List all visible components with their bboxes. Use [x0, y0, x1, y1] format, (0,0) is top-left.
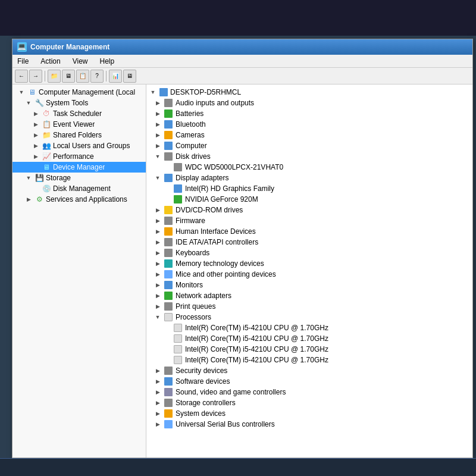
systemdev-expand[interactable]: ▶	[154, 409, 162, 418]
security-expand[interactable]: ▶	[154, 367, 162, 375]
tree-shared-folders[interactable]: ▶ 📁 Shared Folders	[12, 130, 146, 140]
dvd-expand[interactable]: ▶	[154, 206, 162, 214]
localusers-expand[interactable]: ▶	[32, 142, 40, 150]
nvidia-expand[interactable]	[163, 195, 171, 203]
menu-file[interactable]: File	[15, 57, 31, 66]
right-memory[interactable]: ▶ Memory technology devices	[146, 258, 472, 269]
processors-expand[interactable]: ▼	[154, 313, 162, 321]
devmgr-expand[interactable]	[32, 163, 40, 171]
right-cpu-2[interactable]: Intel(R) Core(TM) i5-4210U CPU @ 1.70GHz	[146, 333, 472, 344]
right-cpu-4[interactable]: Intel(R) Core(TM) i5-4210U CPU @ 1.70GHz	[146, 355, 472, 365]
keyboards-expand[interactable]: ▶	[154, 249, 162, 257]
right-display-adapters[interactable]: ▼ Display adapters	[146, 173, 472, 183]
back-button[interactable]: ←	[15, 70, 28, 83]
right-software[interactable]: ▶ Software devices	[146, 376, 472, 387]
scheduler-expand[interactable]: ▶	[32, 109, 40, 118]
eventviewer-expand[interactable]: ▶	[32, 120, 40, 129]
tree-storage[interactable]: ▼ 💾 Storage	[12, 173, 146, 183]
right-sound[interactable]: ▶ Sound, video and game controllers	[146, 387, 472, 397]
right-nvidia[interactable]: NVIDIA GeForce 920M	[146, 194, 472, 205]
right-disk-drives[interactable]: ▼ Disk drives	[146, 151, 472, 162]
right-desktop[interactable]: ▼ DESKTOP-D5RHMCL	[146, 87, 472, 98]
right-usb[interactable]: ▶ Universal Serial Bus controllers	[146, 419, 472, 430]
right-system-dev[interactable]: ▶ System devices	[146, 408, 472, 419]
right-wdc[interactable]: WDC WD5000LPCX-21VHAT0	[146, 162, 472, 173]
mice-expand[interactable]: ▶	[154, 270, 162, 278]
hid-expand[interactable]: ▶	[154, 227, 162, 236]
cpu2-expand[interactable]	[163, 334, 171, 343]
menu-view[interactable]: View	[70, 57, 90, 66]
network-expand[interactable]: ▶	[154, 292, 162, 300]
menu-action[interactable]: Action	[38, 57, 62, 66]
right-hid[interactable]: ▶ Human Interface Devices	[146, 226, 472, 237]
folder-button[interactable]: 📁	[48, 70, 61, 83]
memory-expand[interactable]: ▶	[154, 259, 162, 268]
tree-services[interactable]: ▶ ⚙ Services and Applications	[12, 194, 146, 205]
services-expand[interactable]: ▶	[24, 195, 33, 203]
cpu1-expand[interactable]	[163, 324, 171, 332]
display-button[interactable]: 🖥	[62, 70, 75, 83]
right-audio[interactable]: ▶ Audio inputs and outputs	[146, 98, 472, 108]
help-button[interactable]: ?	[90, 70, 104, 83]
tree-system-tools[interactable]: ▼ 🔧 System Tools	[12, 98, 146, 108]
tree-task-scheduler[interactable]: ▶ ⏱ Task Scheduler	[12, 108, 146, 119]
right-keyboards[interactable]: ▶ Keyboards	[146, 248, 472, 258]
cameras-expand[interactable]: ▶	[154, 131, 162, 139]
wdc-expand[interactable]	[163, 163, 171, 171]
sound-expand[interactable]: ▶	[154, 388, 162, 396]
right-panel[interactable]: ▼ DESKTOP-D5RHMCL ▶ Audio inputs and out…	[146, 84, 472, 458]
ide-expand[interactable]: ▶	[154, 238, 162, 246]
right-bluetooth[interactable]: ▶ Bluetooth	[146, 119, 472, 130]
usb-expand[interactable]: ▶	[154, 420, 162, 428]
storage-expand[interactable]: ▼	[24, 174, 33, 182]
right-monitors[interactable]: ▶ Monitors	[146, 280, 472, 290]
root-expand[interactable]: ▼	[17, 88, 26, 96]
storagectrl-expand[interactable]: ▶	[154, 399, 162, 407]
chart-button[interactable]: 📊	[109, 70, 122, 83]
right-ide[interactable]: ▶ IDE ATA/ATAPI controllers	[146, 237, 472, 248]
right-intel-gpu[interactable]: Intel(R) HD Graphics Family	[146, 183, 472, 194]
intelgpu-expand[interactable]	[163, 184, 171, 193]
right-cameras[interactable]: ▶ Cameras	[146, 130, 472, 140]
menu-help[interactable]: Help	[98, 57, 117, 66]
tree-event-viewer[interactable]: ▶ 📋 Event Viewer	[12, 119, 146, 130]
tree-device-manager[interactable]: 🖥 Device Manager	[12, 162, 146, 173]
right-storage-ctrl[interactable]: ▶ Storage controllers	[146, 397, 472, 408]
diskmgmt-expand[interactable]	[32, 184, 40, 193]
right-batteries[interactable]: ▶ Batteries	[146, 108, 472, 119]
print-expand[interactable]: ▶	[154, 302, 162, 311]
tree-local-users[interactable]: ▶ 👥 Local Users and Groups	[12, 140, 146, 151]
perf-expand[interactable]: ▶	[32, 152, 40, 161]
tree-root[interactable]: ▼ 🖥 Computer Management (Local	[12, 87, 146, 98]
right-firmware[interactable]: ▶ Firmware	[146, 215, 472, 226]
cpu4-expand[interactable]	[163, 356, 171, 364]
right-mice[interactable]: ▶ Mice and other pointing devices	[146, 269, 472, 280]
right-cpu-1[interactable]: Intel(R) Core(TM) i5-4210U CPU @ 1.70GHz	[146, 322, 472, 333]
right-cpu-3[interactable]: Intel(R) Core(TM) i5-4210U CPU @ 1.70GHz	[146, 344, 472, 355]
desktop-expand[interactable]: ▼	[149, 88, 157, 96]
right-print[interactable]: ▶ Print queues	[146, 301, 472, 312]
clipboard-button[interactable]: 📋	[76, 70, 89, 83]
screen-button[interactable]: 🖥	[123, 70, 136, 83]
right-network[interactable]: ▶ Network adapters	[146, 290, 472, 301]
displayadapters-expand[interactable]: ▼	[154, 174, 162, 182]
computer-expand[interactable]: ▶	[154, 142, 162, 150]
monitors-expand[interactable]: ▶	[154, 281, 162, 289]
systemtools-expand[interactable]: ▼	[24, 99, 33, 107]
diskdrives-expand[interactable]: ▼	[154, 152, 162, 161]
right-security[interactable]: ▶ Security devices	[146, 365, 472, 376]
forward-button[interactable]: →	[29, 70, 42, 83]
software-expand[interactable]: ▶	[154, 377, 162, 386]
batteries-expand[interactable]: ▶	[154, 109, 162, 118]
right-computer[interactable]: ▶ Computer	[146, 140, 472, 151]
left-panel[interactable]: ▼ 🖥 Computer Management (Local ▼ 🔧 Syste…	[12, 84, 146, 458]
tree-performance[interactable]: ▶ 📈 Performance	[12, 151, 146, 162]
right-processors[interactable]: ▼ Processors	[146, 312, 472, 322]
bluetooth-expand[interactable]: ▶	[154, 120, 162, 129]
sharedfolders-expand[interactable]: ▶	[32, 131, 40, 139]
tree-disk-mgmt[interactable]: 💿 Disk Management	[12, 183, 146, 194]
audio-expand[interactable]: ▶	[154, 99, 162, 107]
right-dvd[interactable]: ▶ DVD/CD-ROM drives	[146, 205, 472, 215]
cpu3-expand[interactable]	[163, 345, 171, 353]
firmware-expand[interactable]: ▶	[154, 217, 162, 225]
